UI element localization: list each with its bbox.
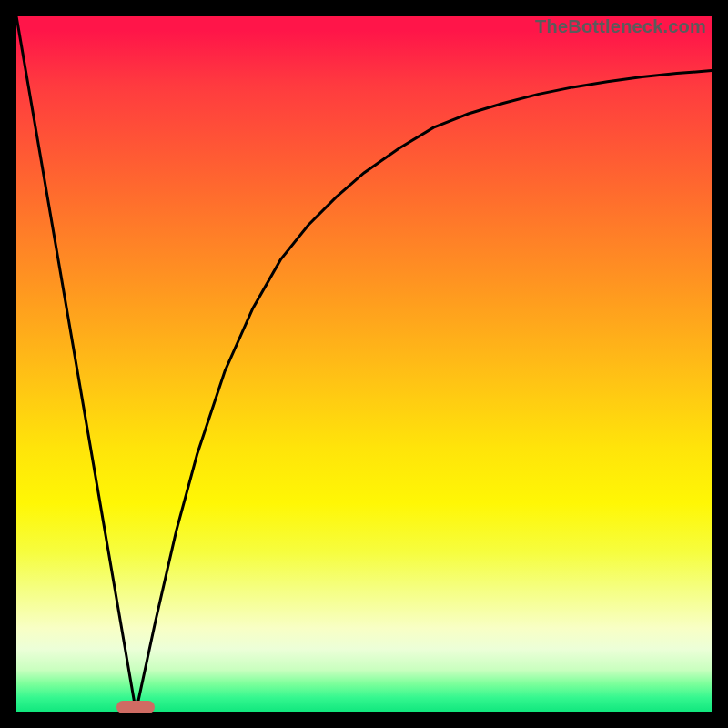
vertex-marker bbox=[116, 701, 155, 713]
chart-frame: TheBottleneck.com bbox=[0, 0, 728, 728]
curve-svg bbox=[16, 16, 712, 712]
plot-area: TheBottleneck.com bbox=[16, 16, 712, 712]
curve-path bbox=[16, 16, 712, 712]
